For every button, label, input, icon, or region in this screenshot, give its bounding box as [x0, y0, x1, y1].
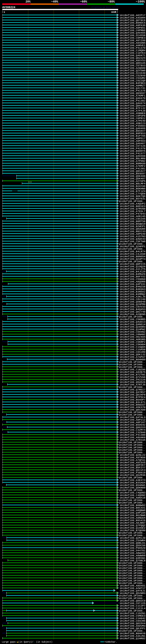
- svg-text:~40%: ~40%: [51, 0, 58, 4]
- svg-text:~80%: ~80%: [108, 0, 115, 4]
- svg-text:=100char.: =100char.: [105, 641, 117, 643]
- svg-text:Large gaps:▲(in Query)/- (in S: Large gaps:▲(in Query)/- (in Subject): [2, 641, 52, 643]
- svg-text:20%: 20%: [25, 0, 31, 4]
- svg-text:~100%: ~100%: [136, 0, 145, 4]
- svg-text:1: 1: [3, 10, 5, 14]
- svg-text:448: 448: [111, 10, 116, 14]
- svg-text:AV388224: AV388224: [2, 6, 15, 9]
- svg-text:UniRef100_Q1HR82: UniRef100_Q1HR82: [120, 637, 146, 640]
- svg-text:AlignView.pm Beta rel.7: AlignView.pm Beta rel.7: [91, 6, 118, 9]
- svg-text:~60%: ~60%: [80, 0, 87, 4]
